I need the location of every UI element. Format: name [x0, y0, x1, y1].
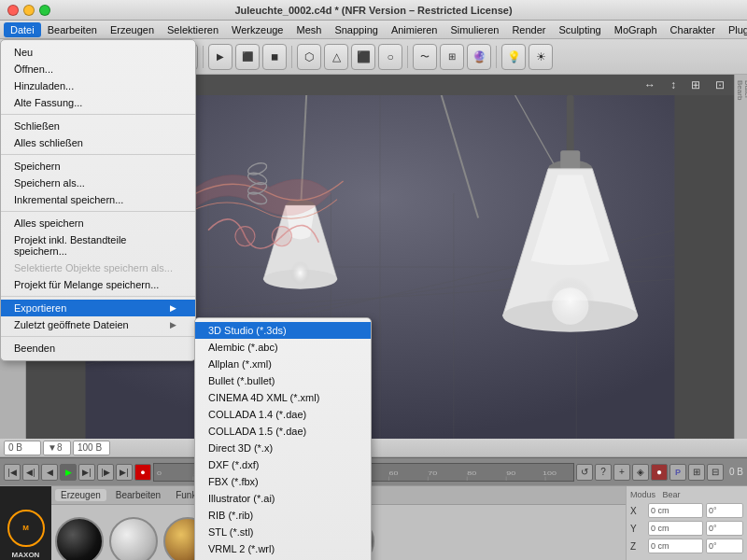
tl-next-key[interactable]: |▶	[97, 464, 114, 481]
toolbar-obj1[interactable]: ⬡	[297, 44, 321, 70]
prop-x-field[interactable]: 0 cm	[648, 503, 703, 518]
menu-neu[interactable]: Neu	[1, 44, 195, 61]
toolbar-light2[interactable]: ☀	[529, 44, 553, 70]
tl-expand[interactable]: ⊟	[707, 464, 724, 481]
export-direct3d[interactable]: Direct 3D (*.x)	[195, 440, 371, 456]
toolbar-light1[interactable]: 💡	[501, 44, 526, 70]
material-mat5[interactable]: Mat.5	[55, 517, 104, 561]
menu-render[interactable]: Render	[505, 22, 552, 37]
export-rib[interactable]: RIB (*.rib)	[195, 507, 371, 524]
tl-question[interactable]: ?	[595, 464, 612, 481]
tl-prev[interactable]: ◀	[41, 464, 58, 481]
export-collada14[interactable]: COLLADA 1.4 (*.dae)	[195, 406, 371, 423]
vp-icon1[interactable]: ↔	[641, 77, 659, 92]
menu-charakter[interactable]: Charakter	[664, 22, 722, 37]
frame-end[interactable]: 100 B	[73, 441, 110, 455]
maximize-button[interactable]	[39, 5, 50, 16]
menu-snapping[interactable]: Snapping	[328, 22, 385, 37]
prop-y-label: Y	[630, 524, 645, 534]
toolbar-obj4[interactable]: ○	[378, 44, 402, 70]
menu-projekt-inkl[interactable]: Projekt inkl. Bestandteile speichern...	[1, 231, 195, 259]
vp-icon2[interactable]: ↕	[667, 77, 680, 92]
prop-h-field[interactable]: 0°	[706, 503, 743, 518]
prop-y-field[interactable]: 0 cm	[648, 521, 703, 536]
toolbar-obj2[interactable]: △	[324, 44, 348, 70]
mat-tab-bearbeiten[interactable]: Bearbeiten	[110, 489, 166, 501]
menu-alles-schliessen[interactable]: Alles schließen	[1, 134, 195, 151]
menu-selektierte-speichern[interactable]: Selektierte Objekte speichern als...	[1, 259, 195, 276]
tl-start[interactable]: |◀	[4, 464, 21, 481]
menu-selektieren[interactable]: Selektieren	[161, 22, 225, 37]
export-allplan[interactable]: Allplan (*.xml)	[195, 356, 371, 372]
menu-beenden[interactable]: Beenden	[1, 340, 195, 357]
menu-oeffnen[interactable]: Öffnen...	[1, 61, 195, 77]
export-c4d-xml[interactable]: CINEMA 4D XML (*.xml)	[195, 389, 371, 406]
logo-circle: M	[7, 510, 45, 547]
tl-P[interactable]: P	[669, 464, 686, 481]
toolbar-deform[interactable]: 〜	[413, 44, 437, 70]
export-stl[interactable]: STL (*.stl)	[195, 524, 371, 540]
toolbar-render2[interactable]: ⬛	[235, 44, 260, 70]
vp-icon3[interactable]: ⊞	[687, 77, 704, 92]
tl-end[interactable]: ▶|	[116, 464, 133, 481]
tl-autokey[interactable]: ●	[651, 464, 668, 481]
menu-animieren[interactable]: Animieren	[385, 22, 444, 37]
prop-b-field[interactable]: 0°	[706, 539, 743, 553]
menu-mograph[interactable]: MoGraph	[608, 22, 664, 37]
toolbar-obj3[interactable]: ⬛	[351, 44, 375, 70]
menu-schliessen[interactable]: Schließen	[1, 118, 195, 134]
export-dxf[interactable]: DXF (*.dxf)	[195, 456, 371, 473]
export-submenu[interactable]: 3D Studio (*.3ds) Alembic (*.abc) Allpla…	[194, 317, 372, 560]
export-alembic[interactable]: Alembic (*.abc)	[195, 339, 371, 356]
menu-erzeugen[interactable]: Erzeugen	[104, 22, 161, 37]
tl-play[interactable]: ▶	[60, 464, 77, 481]
toolbar-mograph1[interactable]: ⊞	[440, 44, 464, 70]
export-fbx[interactable]: FBX (*.fbx)	[195, 473, 371, 490]
frame-start[interactable]: 0 B	[4, 441, 41, 455]
export-bullet[interactable]: Bullet (*.bullet)	[195, 372, 371, 389]
sep-1	[1, 114, 195, 115]
mat-tab-erzeugen[interactable]: Erzeugen	[55, 489, 106, 501]
toolbar-render1[interactable]: ▶	[208, 44, 233, 70]
menu-mesh[interactable]: Mesh	[289, 22, 328, 37]
menu-hinzuladen[interactable]: Hinzuladen...	[1, 77, 195, 94]
menu-datei[interactable]: Datei	[4, 22, 41, 37]
export-3ds[interactable]: 3D Studio (*.3ds)	[195, 322, 371, 339]
datei-dropdown[interactable]: Neu Öffnen... Hinzuladen... Alte Fassung…	[0, 39, 196, 361]
tl-prev-key[interactable]: ◀|	[22, 464, 39, 481]
menu-alte-fassung[interactable]: Alte Fassung...	[1, 94, 195, 111]
menu-werkzeuge[interactable]: Werkzeuge	[225, 22, 289, 37]
tl-grid[interactable]: ⊞	[688, 464, 705, 481]
toolbar-render3[interactable]: ◼	[262, 44, 287, 70]
export-collada15[interactable]: COLLADA 1.5 (*.dae)	[195, 423, 371, 440]
menu-bearbeiten[interactable]: Bearbeiten	[41, 22, 104, 37]
prop-z-field[interactable]: 0 cm	[648, 539, 703, 553]
tl-record[interactable]: ●	[134, 464, 151, 481]
tl-loop[interactable]: ↺	[576, 464, 593, 481]
menu-inkremental-speichern[interactable]: Inkremental speichern...	[1, 191, 195, 208]
export-vrml2[interactable]: VRML 2 (*.wrl)	[195, 540, 371, 557]
tl-keyframe2[interactable]: ◈	[632, 464, 649, 481]
menu-sculpting[interactable]: Sculpting	[552, 22, 607, 37]
tl-keyframe-add[interactable]: +	[613, 464, 630, 481]
material-mat4[interactable]: Mat.4	[109, 517, 158, 561]
menu-speichern-als[interactable]: Speichern als...	[1, 175, 195, 191]
tl-next[interactable]: ▶|	[78, 464, 95, 481]
vp-icon4[interactable]: ⊡	[712, 77, 728, 92]
minimize-button[interactable]	[23, 5, 35, 16]
svg-text:0: 0	[157, 469, 162, 476]
toolbar-mograph2[interactable]: 🔮	[467, 44, 491, 70]
close-button[interactable]	[7, 5, 19, 16]
menu-exportieren[interactable]: Exportieren ▶	[1, 300, 195, 316]
menu-zuletzt-geoeffnet[interactable]: Zuletzt geöffnete Dateien ▶	[1, 316, 195, 333]
sep-5	[1, 336, 195, 337]
menu-melange-speichern[interactable]: Projekt für Melange speichern...	[1, 276, 195, 293]
menu-simulieren[interactable]: Simulieren	[444, 22, 505, 37]
menu-speichern[interactable]: Speichern	[1, 158, 195, 175]
right-tab-bearbeiten[interactable]: Bearb	[736, 78, 743, 102]
menu-alles-speichern[interactable]: Alles speichern	[1, 215, 195, 231]
prop-p-field[interactable]: 0°	[706, 521, 743, 536]
export-illustrator[interactable]: Illustrator (*.ai)	[195, 490, 371, 507]
frame-current[interactable]: ▼8	[43, 441, 71, 455]
menu-plugins[interactable]: Plug-ins	[722, 22, 747, 37]
